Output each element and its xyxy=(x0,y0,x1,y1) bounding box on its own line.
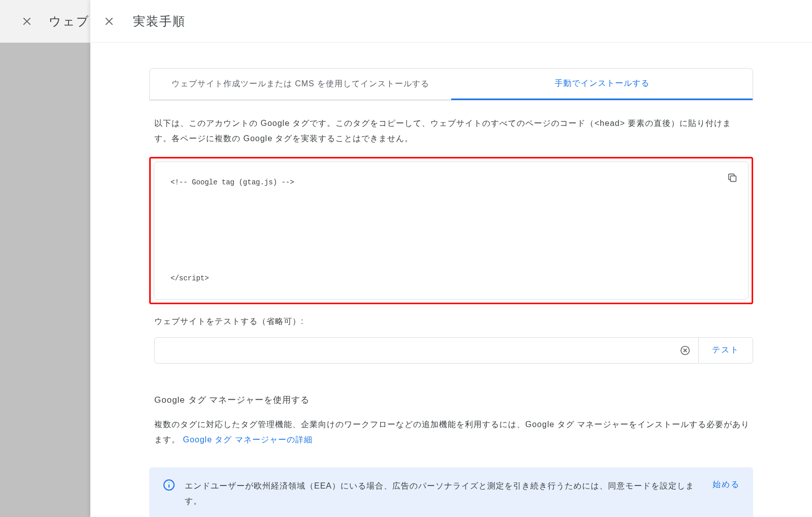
code-highlight-frame: <!-- Google tag (gtag.js) --> </script> xyxy=(149,157,753,304)
code-line-comment: <!-- Google tag (gtag.js) --> xyxy=(171,178,294,186)
close-icon[interactable] xyxy=(20,15,33,28)
test-website-label: ウェブサイトをテストする（省略可）: xyxy=(149,316,753,327)
close-icon[interactable] xyxy=(103,15,116,28)
gtm-heading: Google タグ マネージャーを使用する xyxy=(149,394,753,406)
background-overlay xyxy=(0,0,90,517)
test-row: テスト xyxy=(149,337,753,364)
consent-banner-text: エンドユーザーが欧州経済領域（EEA）にいる場合、広告のパーソナライズと測定を引… xyxy=(185,478,703,509)
tab-manual-install[interactable]: 手動でインストールする xyxy=(451,69,753,100)
gtm-description: 複数のタグに対応したタグ管理機能、企業向けのワークフローなどの追加機能を利用する… xyxy=(149,417,753,448)
panel: 実装手順 ウェブサイト作成ツールまたは CMS を使用してインストールする 手動… xyxy=(90,0,812,517)
panel-header: 実装手順 xyxy=(90,0,812,43)
background-title: ウェブ xyxy=(49,13,90,29)
code-content: <!-- Google tag (gtag.js) --> </script> xyxy=(171,177,732,284)
consent-start-button[interactable]: 始める xyxy=(713,478,740,490)
svg-rect-4 xyxy=(730,176,736,181)
tab-cms-install[interactable]: ウェブサイト作成ツールまたは CMS を使用してインストールする xyxy=(150,69,451,100)
tabs: ウェブサイト作成ツールまたは CMS を使用してインストールする 手動でインスト… xyxy=(150,69,753,100)
svg-point-10 xyxy=(168,482,170,483)
code-line-end: </script> xyxy=(171,274,209,282)
instruction-text: 以下は、このアカウントの Google タグです。このタグをコピーして、ウェブサ… xyxy=(149,101,753,147)
test-input-wrap xyxy=(154,337,699,364)
tabs-container: ウェブサイト作成ツールまたは CMS を使用してインストールする 手動でインスト… xyxy=(149,68,753,101)
code-box[interactable]: <!-- Google tag (gtag.js) --> </script> xyxy=(154,161,749,300)
info-icon xyxy=(162,478,176,492)
copy-button[interactable] xyxy=(724,169,741,186)
clear-icon[interactable] xyxy=(678,343,692,358)
background-header: ウェブ xyxy=(0,0,90,43)
consent-banner: エンドユーザーが欧州経済領域（EEA）にいる場合、広告のパーソナライズと測定を引… xyxy=(149,467,753,517)
test-url-input[interactable] xyxy=(161,346,678,355)
gtm-details-link[interactable]: Google タグ マネージャーの詳細 xyxy=(183,435,312,444)
content: ウェブサイト作成ツールまたは CMS を使用してインストールする 手動でインスト… xyxy=(90,43,812,517)
panel-title: 実装手順 xyxy=(133,13,186,29)
test-button[interactable]: テスト xyxy=(699,337,753,364)
